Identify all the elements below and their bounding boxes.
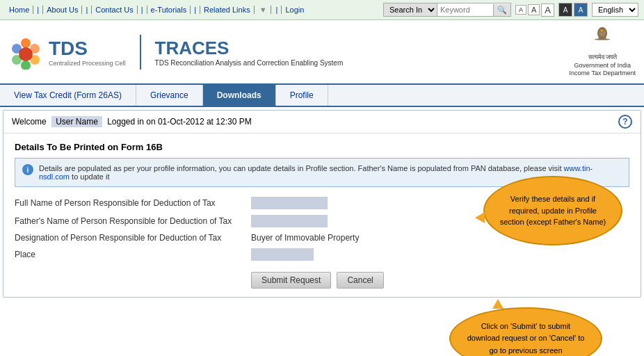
- main-nav: View Tax Credit (Form 26AS) Grievance Do…: [0, 85, 644, 107]
- value-place: [251, 248, 314, 261]
- contrast-controls: A A: [558, 3, 588, 17]
- field-row-place: Place: [15, 248, 629, 261]
- ashoka-emblem: 🦁: [588, 26, 616, 54]
- label-fathername: Father's Name of Person Responsible for …: [15, 216, 251, 226]
- svg-point-0: [21, 38, 31, 48]
- nav-separator: |: [191, 6, 200, 14]
- top-nav-links: Home | About Us | Contact Us | e-Tutoria…: [6, 6, 307, 14]
- traces-logo: TRACES TDS Reconciliation Analysis and C…: [155, 38, 344, 67]
- govt-logo: 🦁 सत्यमेव जयते Government of India Incom…: [570, 26, 636, 78]
- label-fullname: Full Name of Person Responsible for Dedu…: [15, 198, 251, 208]
- bottom-bubble-area: Click on 'Submit' to submit download req…: [0, 300, 644, 356]
- tds-subtitle: Centralized Processing Cell: [49, 60, 126, 67]
- label-designation: Designation of Person Responsible for De…: [15, 233, 251, 243]
- tab-downloads[interactable]: Downloads: [203, 85, 276, 106]
- value-designation: Buyer of Immovable Property: [251, 233, 359, 243]
- nav-home[interactable]: Home: [6, 6, 33, 14]
- nav-separator: |: [82, 6, 92, 14]
- nav-etutorials[interactable]: e-Tutorials: [147, 6, 191, 14]
- header-left: TDS Centralized Processing Cell TRACES T…: [8, 35, 343, 70]
- contrast-blue-button[interactable]: A: [574, 3, 588, 17]
- search-button[interactable]: 🔍: [493, 4, 510, 16]
- tds-logo: TDS Centralized Processing Cell: [8, 35, 126, 70]
- font-large-button[interactable]: A: [541, 3, 554, 17]
- value-fathername: [251, 215, 328, 227]
- nav-login[interactable]: Login: [282, 6, 307, 14]
- tab-profile[interactable]: Profile: [276, 85, 328, 106]
- top-nav: Home | About Us | Contact Us | e-Tutoria…: [0, 0, 644, 20]
- language-select[interactable]: English: [592, 3, 638, 17]
- font-medium-button[interactable]: A: [528, 4, 540, 15]
- value-fullname: [251, 197, 328, 209]
- info-icon: i: [22, 164, 33, 175]
- search-dropdown[interactable]: Search In: [384, 3, 437, 16]
- logo-text: TDS Centralized Processing Cell: [49, 38, 126, 67]
- svg-point-6: [19, 47, 33, 61]
- welcome-bar: Welcome User Name Logged in on 01-Oct-20…: [3, 111, 641, 134]
- bubble-top: Verify these details and if required, up…: [483, 176, 622, 245]
- nav-separator: |: [273, 6, 282, 14]
- nav-related[interactable]: Related Links: [200, 6, 255, 14]
- svg-point-3: [21, 60, 31, 70]
- bubble-top-container: Verify these details and if required, up…: [483, 176, 622, 245]
- svg-rect-8: [599, 37, 606, 39]
- button-row: Submit Request Cancel: [251, 272, 629, 289]
- svg-text:🦁: 🦁: [600, 29, 605, 33]
- bubble-bottom: Click on 'Submit' to submit download req…: [449, 307, 602, 356]
- traces-subtitle: TDS Reconciliation Analysis and Correcti…: [155, 59, 344, 67]
- font-size-controls: A A A: [515, 3, 554, 17]
- tab-grievance[interactable]: Grievance: [136, 85, 203, 106]
- bubble-bottom-tail: [492, 299, 504, 309]
- page-wrapper: Home | About Us | Contact Us | e-Tutoria…: [0, 0, 644, 356]
- nav-contact[interactable]: Contact Us: [92, 6, 137, 14]
- nav-separator: |: [33, 6, 43, 14]
- top-nav-right: Search In 🔍 A A A A A English: [383, 3, 638, 17]
- submit-request-button[interactable]: Submit Request: [251, 272, 331, 289]
- content-wrapper: Welcome User Name Logged in on 01-Oct-20…: [3, 110, 641, 298]
- cancel-button[interactable]: Cancel: [337, 272, 383, 289]
- govt-text: सत्यमेव जयते Government of India Income …: [570, 54, 636, 78]
- form-content: Details To Be Printed on Form 16B i Deta…: [3, 134, 641, 297]
- header-divider: [140, 35, 141, 70]
- tab-view-tax-credit[interactable]: View Tax Credit (Form 26AS): [0, 85, 136, 106]
- tds-title: TDS: [49, 38, 126, 60]
- user-badge: User Name: [51, 116, 102, 127]
- search-input[interactable]: [437, 4, 493, 15]
- tds-logo-icon: [8, 35, 43, 70]
- welcome-text: Welcome User Name Logged in on 01-Oct-20…: [12, 116, 252, 127]
- search-box: Search In 🔍: [383, 3, 511, 17]
- label-place: Place: [15, 250, 251, 259]
- contrast-dark-button[interactable]: A: [558, 3, 572, 17]
- form-area: Full Name of Person Responsible for Dedu…: [15, 197, 629, 289]
- nav-about[interactable]: About Us: [43, 6, 82, 14]
- font-small-button[interactable]: A: [515, 5, 526, 15]
- form-title: Details To Be Printed on Form 16B: [15, 142, 629, 152]
- bubble-top-tail: [475, 212, 485, 223]
- nav-separator: |: [138, 6, 147, 14]
- site-header: TDS Centralized Processing Cell TRACES T…: [0, 20, 644, 85]
- help-icon[interactable]: ?: [618, 115, 632, 129]
- traces-title: TRACES: [155, 38, 344, 59]
